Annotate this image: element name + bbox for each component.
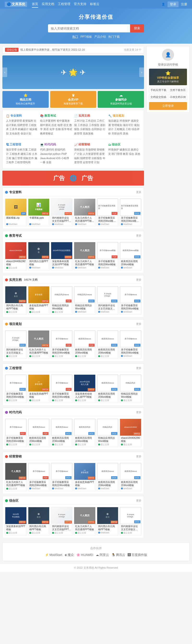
list-item[interactable]: 2024年专业报告PPTX 深蓝商务科技PPT模板蔬公文库 bbox=[5, 507, 27, 536]
list-item[interactable]: ❄冬日PPTX 简约黑白冬日风格PPT模板蔬公文库 bbox=[28, 507, 50, 536]
search-tag-product[interactable]: 产品介绍 bbox=[94, 35, 106, 39]
banner-next[interactable]: › bbox=[139, 68, 144, 77]
list-item[interactable]: 亲子经验Word模板PDF 亲子经验教育应用简历Word模板ModStart bbox=[97, 242, 118, 270]
list-item[interactable]: 亲子经验WordPDF 亲子经验教育应用简历Word模板蔬公文库 bbox=[51, 330, 72, 359]
register-button[interactable]: 立即登录 bbox=[149, 102, 187, 110]
nav-support[interactable]: 官方支持 bbox=[74, 1, 86, 8]
section-more-misc[interactable]: 更多 bbox=[136, 499, 141, 502]
nav-docs[interactable]: 应用文档 bbox=[42, 1, 54, 8]
list-item[interactable]: 精美简历Word模板DOC 精美简历应用简历Word模板ModStart bbox=[120, 242, 141, 270]
notice-tag: 活动公告 bbox=[5, 48, 18, 52]
main-nav: 首页 应用文档 工程管理 官方支持 标签云 bbox=[32, 1, 99, 8]
list-item[interactable]: ❄冬日PPTX 简约黑白冬日风格PPT模板ModStart bbox=[97, 507, 118, 536]
list-item[interactable]: ❄冬日PPTX 简约黑白冬日风格PPT模板蔬公文库 bbox=[5, 286, 27, 315]
list-item[interactable]: A simplevintagephotoPPTX 简约精致毕业论文文艺排版PPT… bbox=[51, 198, 72, 226]
list-item[interactable]: 📊卡通黑板PPTX 卡通黑板.pptxModStart bbox=[28, 198, 50, 226]
sidebar-link-mobile-app[interactable]: 手机应用下载 bbox=[149, 87, 168, 93]
list-item[interactable]: 特精品同步DOC 特精品应用同步Word模板蔬公文库 bbox=[120, 374, 141, 403]
list-item[interactable]: 精美简历同步DOC 精美简历应用同步Word模板蔬公文库 bbox=[74, 418, 96, 447]
list-item[interactable]: A simplevintagePPTX 简约精致毕业论文文艺排版PPT模板蔬公文… bbox=[51, 507, 72, 536]
sidebar-link-download[interactable]: 文档下载专区 bbox=[168, 87, 187, 93]
site-logo: 🔵 文库系统 bbox=[5, 2, 27, 7]
sidebar-link-submit[interactable]: 文档提交投稿 bbox=[149, 94, 168, 100]
list-item[interactable]: 特精品同步DOC 特精品应用同步Word模板蔬公文库 bbox=[97, 418, 118, 447]
category-practical: 📄 实用文档 工作计划 工作总结 工作汇报 工作协议 工作报告 述职报告 分析报… bbox=[73, 112, 107, 137]
list-item[interactable]: 2024年专业总结报告PPTX 深蓝商务科技图文演示PPT模板ModStart bbox=[51, 242, 72, 270]
partners-section: 合作伙伴 ⚡ModStart ◈魔众 🌸HUAWEI ☁阿里云 🐧腾讯云 🅱百度… bbox=[2, 542, 190, 561]
list-item[interactable]: 亲子经验WordDOC 亲子经验教育应用简历Word模板ModStart bbox=[120, 330, 141, 359]
search-tag-ppt[interactable]: PPT模板 bbox=[80, 35, 92, 39]
list-item[interactable]: 精美简历WordDOC 精美简历应用简历Word模板ModStart bbox=[120, 463, 141, 491]
list-item[interactable]: 精美简历WordDOC 精美简历应用简历Word模板蔬公文库 bbox=[51, 418, 72, 447]
list-item[interactable]: 个人简历PPTX 红灰几何风个人简历通用PPT模板.pptxModStart bbox=[74, 198, 96, 226]
list-item[interactable]: 精美简历WordDOC 精美简历应用简历Word模板蔬公文库 bbox=[97, 374, 118, 403]
section-more-marketing[interactable]: 更多 bbox=[136, 454, 141, 458]
hero-section: 分享传递价值 搜索 热门 PPT模板 产品介绍 热门下载 bbox=[0, 9, 192, 44]
list-item[interactable]: 2024年总结幼儿儿童PPTX 深蓝商务科技幼儿儿童PPT模板蔬公文库 bbox=[74, 374, 96, 403]
partner-aliyun: ☁阿里云 bbox=[96, 553, 109, 557]
category-marketing: 📈 经营营销 营销策划 市场营销 营销推广计划 人力资源管理 薪资福利 招聘管理… bbox=[73, 141, 107, 166]
action-sync[interactable]: ☁ 参编同步 资源及时同步至云端 bbox=[98, 91, 144, 108]
section-more-practical[interactable]: 更多 bbox=[136, 278, 141, 282]
list-item[interactable]: 精美简历WordDOC 精美简历应用简历Word模板蔬公文库 bbox=[97, 330, 118, 359]
search-bar: 搜索 bbox=[48, 24, 144, 32]
list-item[interactable]: ••• 多彩创意PPTX 多彩创意风格PPT模板蔬公文库 bbox=[28, 374, 50, 403]
list-item[interactable]: 亲子经验教育应用简历DOC 亲子经验教育应用简历Word模板.docModSta… bbox=[120, 198, 141, 226]
list-item[interactable]: 个人简历PPTX 红灰几何风个人简历通用PPT模板蔬公文库 bbox=[28, 330, 50, 359]
section-professional: 专业资料 更多 🖼ZIP 图标模板.zipModStart 📊卡通黑板PPTX … bbox=[2, 188, 144, 229]
list-item[interactable]: •••多彩创意PPTX 多彩创意风格PPT模板ModStart bbox=[74, 463, 96, 491]
list-item[interactable]: A simplevintageDOC 简约精致毕业论文文艺排版文档模板蔬公文库 bbox=[5, 330, 27, 359]
list-item[interactable]: 精美简历WordPDF 精美简历应用简历Word模板蔬公文库 bbox=[28, 418, 50, 447]
banner-prev[interactable]: ‹ bbox=[2, 68, 7, 77]
hero-title: 分享传递价值 bbox=[5, 14, 187, 21]
nav-home[interactable]: 首页 bbox=[32, 1, 38, 8]
list-item[interactable]: 亲子经验WordPDF 亲子经验教育应用简历Word模板蔬公文库 bbox=[51, 374, 72, 403]
list-item[interactable]: 亲子经验WordPDF 亲子经验教育应用简历Word模板蔬公文库 bbox=[5, 418, 27, 447]
section-more-engineering[interactable]: 更多 bbox=[136, 366, 141, 370]
search-button[interactable]: 搜索 bbox=[130, 24, 144, 32]
list-item[interactable]: 个人简历PPTX 红灰几何风个人简历通用PPT模板蔬公文库 bbox=[74, 507, 96, 536]
list-item[interactable]: 亲子经验WordDOC 亲子经验教育应用简历Word模板蔬公文库 bbox=[5, 374, 27, 403]
list-item[interactable]: 个人简历PPTX 红灰几何风个人简历通用PPT模板ModStart bbox=[74, 242, 96, 270]
search-tag-download[interactable]: 热门下载 bbox=[108, 35, 120, 39]
section-more-professional[interactable]: 更多 bbox=[136, 190, 141, 194]
login-link[interactable]: 登录 bbox=[168, 2, 178, 7]
list-item[interactable]: ❄冬PPTX 简约黑白主题PPT模板ModStart bbox=[28, 242, 50, 270]
section-more-era[interactable]: 更多 bbox=[136, 410, 141, 414]
search-input[interactable] bbox=[48, 24, 130, 32]
list-item[interactable]: ebace1844062PPTX ebace1844062965088 模板蔬公… bbox=[5, 242, 27, 270]
section-more-project[interactable]: 更多 bbox=[136, 322, 141, 326]
list-item[interactable]: A simplevintageDOC 简约精致毕业论文文艺排版文档模板蔬公文库 bbox=[120, 507, 141, 536]
category-education: 📚 教育考试 幼儿学案资料 初中案期末 期中测试 历史 地理 语文 数学 英语 … bbox=[39, 112, 73, 137]
list-item[interactable]: A simplevintageDOC 简约精致毕业论文文艺排版文档模板ModSt… bbox=[97, 286, 118, 315]
list-item[interactable]: 亲子经验WordDOC 亲子经验教育应用简历Word模板ModStart bbox=[51, 463, 72, 491]
list-item[interactable]: 亲子经验WordDOC 亲子经验教育应用简历Word模板ModStart bbox=[120, 286, 141, 315]
list-item[interactable]: 精美简历WordPDF 精美简历应用简历Word模板蔬公文库 bbox=[74, 330, 96, 359]
list-item[interactable]: 个人简历PPTX 红灰几何风个人简历通用PPT模板蔬公文库 bbox=[5, 463, 27, 491]
action-premium-docs[interactable]: ⭐ 精品文档 轻松办公效率提升 bbox=[2, 91, 49, 108]
sidebar-login-text: 登录以访问学校 bbox=[149, 63, 187, 67]
nav-tags[interactable]: 标签云 bbox=[90, 1, 99, 8]
site-footer: © 2022 文库系统 All Rights Reserved bbox=[0, 563, 192, 572]
category-misc: 🗂 综合区 环境保护 健康生活 政府公文 部门管理 教育 综合 其他 bbox=[107, 141, 141, 166]
list-item[interactable]: 亲子经验教育应用简历PDF 亲子经验教育应用简历Word模板.pdfModSta… bbox=[97, 198, 118, 226]
section-practical: 实用文档 14174 文档 更多 ❄冬日PPTX 简约黑白冬日风格PPT模板蔬公… bbox=[2, 275, 144, 317]
action-vip[interactable]: ♛ 会员VIP 海量资源尊享下载 bbox=[50, 91, 96, 108]
list-item[interactable]: ebace1844062PPTX ebace1844062965088 模板蔬公… bbox=[120, 418, 141, 447]
list-item[interactable]: 特精品同步WordPDF 特精品应用同步Word模板蔬公文库 bbox=[51, 286, 72, 315]
user-icon: 👤 bbox=[162, 3, 165, 6]
nav-engineering[interactable]: 工程管理 bbox=[58, 1, 70, 8]
list-item[interactable]: 特精品同步WordDOC 特精品应用同步Word模板ModStart bbox=[74, 286, 96, 315]
list-item[interactable]: 🖼ZIP 图标模板.zipModStart bbox=[5, 198, 27, 226]
list-item[interactable]: 多彩创意PPTX 多彩创意风格PPT模板蔬公文库 bbox=[28, 286, 50, 315]
list-item[interactable]: 亲子经验WordPDF 亲子经验教育应用简历Word模板ModStart bbox=[28, 463, 50, 491]
section-more-education[interactable]: 更多 bbox=[136, 234, 141, 238]
list-item[interactable]: 精美简历WordDOC 精美简历应用简历Word模板ModStart bbox=[97, 463, 118, 491]
register-link[interactable]: 注册 bbox=[181, 2, 187, 6]
search-tag-hot[interactable]: 热门 bbox=[72, 35, 78, 39]
section-marketing: 经营营销 更多 个人简历PPTX 红灰几何风个人简历通用PPT模板蔬公文库 亲子… bbox=[2, 452, 144, 494]
vip-banner: ⭐ VIP特权金新独享 真正专业学习解释权 bbox=[149, 69, 187, 85]
partner-huawei: 🌸HUAWEI bbox=[76, 553, 93, 557]
partner-modstart: ⚡ModStart bbox=[45, 553, 62, 557]
sidebar-link-sample[interactable]: 示例文档示例 bbox=[168, 94, 187, 100]
